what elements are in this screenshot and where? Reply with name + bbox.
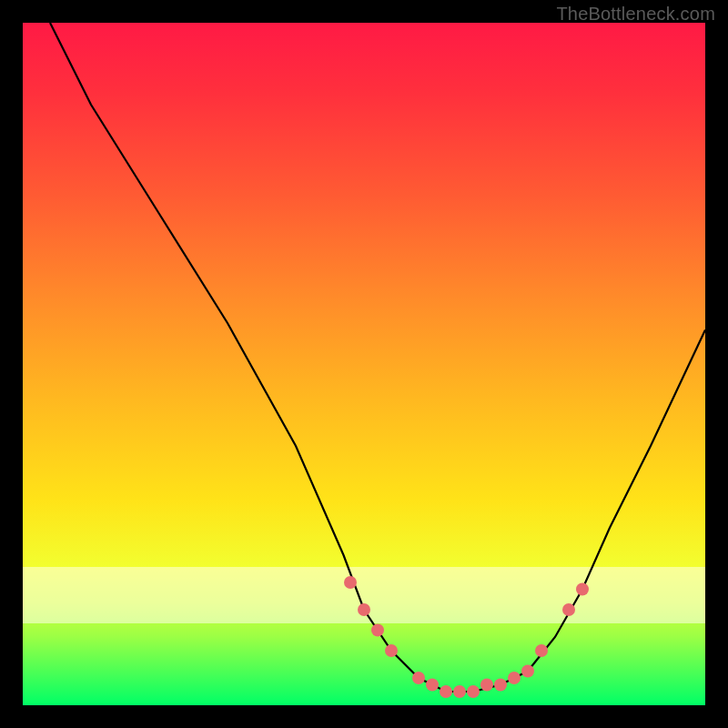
marker-dot	[440, 685, 452, 698]
marker-dot	[453, 685, 466, 698]
marker-dot	[562, 603, 575, 616]
marker-dot	[480, 679, 493, 692]
marker-dot	[521, 665, 534, 678]
marker-dot	[344, 576, 357, 589]
marker-dot	[494, 679, 507, 692]
marker-dot	[385, 644, 398, 657]
markers-group	[344, 576, 589, 698]
marker-dot	[371, 624, 384, 637]
bottleneck-curve	[50, 23, 705, 692]
marker-dot	[412, 672, 425, 684]
watermark-text: TheBottleneck.com	[556, 4, 715, 25]
curve-layer	[23, 23, 705, 705]
marker-dot	[576, 583, 589, 596]
marker-dot	[426, 679, 439, 692]
marker-dot	[467, 685, 480, 698]
marker-dot	[508, 672, 521, 684]
chart-frame: TheBottleneck.com	[0, 0, 728, 728]
marker-dot	[358, 603, 370, 616]
marker-dot	[535, 644, 548, 657]
plot-area	[23, 23, 705, 705]
